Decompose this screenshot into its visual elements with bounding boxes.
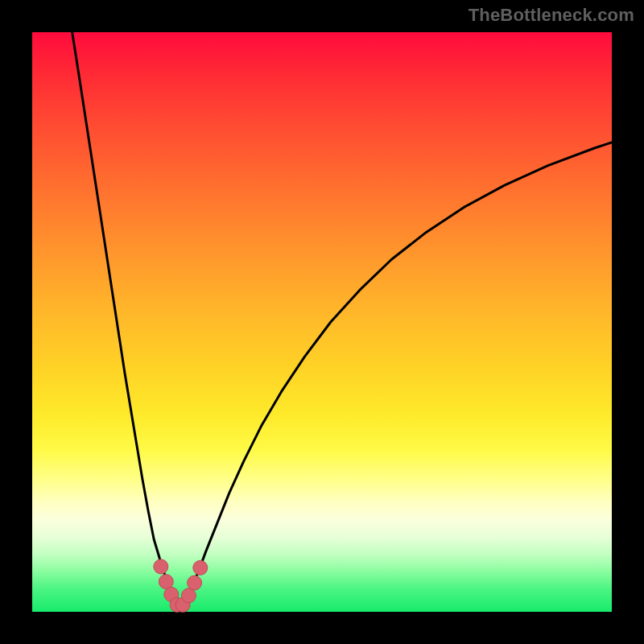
min-marker (188, 576, 202, 590)
min-marker (193, 560, 208, 575)
min-marker (154, 559, 168, 574)
min-marker (181, 588, 196, 603)
min-marker (159, 575, 173, 589)
curve-left-branch (72, 32, 180, 609)
chart-frame: TheBottleneck.com (0, 0, 644, 644)
watermark-text: TheBottleneck.com (469, 5, 634, 26)
curve-right-branch (180, 142, 612, 609)
bottleneck-curve (32, 32, 612, 612)
plot-area (32, 32, 612, 612)
